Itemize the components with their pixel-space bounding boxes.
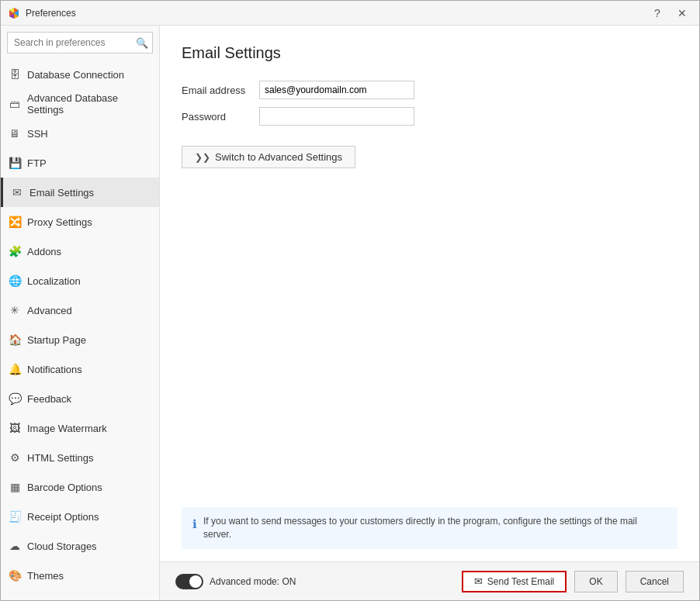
sidebar-icon-ssh: 🖥 xyxy=(9,127,21,140)
sidebar-item-receipt-options[interactable]: 🧾Receipt Options xyxy=(1,502,159,531)
sidebar-icon-advanced-database-settings: 🗃 xyxy=(9,98,21,110)
sidebar-item-addons[interactable]: 🧩Addons xyxy=(1,237,159,266)
email-row: Email address xyxy=(182,81,677,99)
sidebar-item-cloud-storages[interactable]: ☁Cloud Storages xyxy=(1,531,159,561)
search-box: 🔍 xyxy=(7,32,153,54)
toggle-knob xyxy=(189,575,202,588)
sidebar-item-notifications[interactable]: 🔔Notifications xyxy=(1,354,159,384)
sidebar-label-localization: Localization xyxy=(27,275,81,287)
sidebar-items: 🗄Database Connection🗃Advanced Database S… xyxy=(1,60,159,600)
send-test-icon: ✉ xyxy=(474,575,483,587)
sidebar-icon-localization: 🌐 xyxy=(9,275,21,287)
ok-button[interactable]: OK xyxy=(574,571,617,592)
sidebar-label-image-watermark: Image Watermark xyxy=(27,423,107,434)
sidebar-icon-proxy-settings: 🔀 xyxy=(9,216,21,228)
sidebar-item-feedback[interactable]: 💬Feedback xyxy=(1,384,159,413)
sidebar-icon-email-settings: ✉ xyxy=(11,186,23,199)
toggle-container: Advanced mode: ON xyxy=(175,574,296,589)
search-input[interactable] xyxy=(7,32,153,54)
sidebar-item-startup-page[interactable]: 🏠Startup Page xyxy=(1,325,159,354)
sidebar-label-advanced-database-settings: Advanced Database Settings xyxy=(27,92,151,116)
sidebar-item-database-connection[interactable]: 🗄Database Connection xyxy=(1,60,159,89)
sidebar-icon-receipt-options: 🧾 xyxy=(9,510,21,523)
sidebar-icon-database-connection: 🗄 xyxy=(9,68,21,81)
sidebar-label-email-settings: Email Settings xyxy=(29,187,94,199)
main-content: Email Settings Email address Password ❯❯… xyxy=(160,26,699,495)
sidebar-label-cloud-storages: Cloud Storages xyxy=(27,541,97,552)
email-input[interactable] xyxy=(259,81,414,99)
toggle-label: Advanced mode: ON xyxy=(210,576,296,587)
sidebar-item-ftp[interactable]: 💾FTP xyxy=(1,148,159,178)
sidebar-label-advanced: Advanced xyxy=(27,305,72,316)
cancel-button[interactable]: Cancel xyxy=(625,571,684,592)
sidebar-icon-themes: 🎨 xyxy=(9,569,21,582)
sidebar-icon-startup-page: 🏠 xyxy=(9,333,21,346)
password-row: Password xyxy=(182,107,677,126)
sidebar-icon-ftp: 💾 xyxy=(9,157,21,169)
sidebar-item-localization[interactable]: 🌐Localization xyxy=(1,266,159,295)
sidebar-icon-image-watermark: 🖼 xyxy=(9,422,21,434)
info-bar: ℹ If you want to send messages to your c… xyxy=(182,507,677,549)
sidebar-label-themes: Themes xyxy=(27,570,64,582)
sidebar-label-feedback: Feedback xyxy=(27,393,71,405)
sidebar-label-addons: Addons xyxy=(27,246,61,257)
sidebar-label-notifications: Notifications xyxy=(27,364,82,375)
sidebar-icon-feedback: 💬 xyxy=(9,392,21,405)
sidebar-item-advanced[interactable]: ✳Advanced xyxy=(1,295,159,325)
close-button[interactable]: ✕ xyxy=(671,5,693,22)
sidebar-icon-html-settings: ⚙ xyxy=(9,451,21,464)
titlebar-controls: ? ✕ xyxy=(646,5,693,22)
email-label: Email address xyxy=(182,85,259,96)
sidebar-label-database-connection: Database Connection xyxy=(27,69,124,81)
sidebar-icon-advanced: ✳ xyxy=(9,304,21,316)
sidebar-label-startup-page: Startup Page xyxy=(27,334,86,346)
sidebar-label-barcode-options: Barcode Options xyxy=(27,482,102,493)
sidebar-item-barcode-options[interactable]: ▦Barcode Options xyxy=(1,472,159,502)
switch-advanced-button[interactable]: ❯❯ Switch to Advanced Settings xyxy=(182,146,355,168)
sidebar-item-advanced-database-settings[interactable]: 🗃Advanced Database Settings xyxy=(1,89,159,119)
sidebar-item-email-settings[interactable]: ✉Email Settings xyxy=(1,178,159,207)
sidebar-icon-addons: 🧩 xyxy=(9,245,21,257)
sidebar-icon-notifications: 🔔 xyxy=(9,363,21,375)
app-icon xyxy=(7,6,21,20)
bottom-bar: Advanced mode: ON ✉ Send Test Email OK C… xyxy=(160,561,699,600)
sidebar-label-html-settings: HTML Settings xyxy=(27,452,94,464)
password-input[interactable] xyxy=(259,107,414,126)
sidebar: 🔍 🗄Database Connection🗃Advanced Database… xyxy=(1,26,160,600)
advanced-mode-toggle[interactable] xyxy=(175,574,203,589)
info-icon: ℹ xyxy=(192,516,197,532)
advanced-btn-icon: ❯❯ xyxy=(195,152,210,163)
password-label: Password xyxy=(182,111,259,123)
content-area: 🔍 🗄Database Connection🗃Advanced Database… xyxy=(1,26,699,600)
window-title: Preferences xyxy=(26,8,646,19)
sidebar-label-receipt-options: Receipt Options xyxy=(27,511,99,523)
send-test-email-button[interactable]: ✉ Send Test Email xyxy=(462,571,567,592)
page-title: Email Settings xyxy=(182,44,677,62)
sidebar-item-proxy-settings[interactable]: 🔀Proxy Settings xyxy=(1,207,159,237)
sidebar-icon-cloud-storages: ☁ xyxy=(9,540,21,552)
sidebar-item-themes[interactable]: 🎨Themes xyxy=(1,561,159,590)
sidebar-label-proxy-settings: Proxy Settings xyxy=(27,216,92,228)
sidebar-item-ssh[interactable]: 🖥SSH xyxy=(1,119,159,148)
info-text: If you want to send messages to your cus… xyxy=(203,515,667,541)
sidebar-item-html-settings[interactable]: ⚙HTML Settings xyxy=(1,443,159,472)
sidebar-label-ftp: FTP xyxy=(27,157,47,169)
preferences-window: Preferences ? ✕ 🔍 🗄Database Connection🗃A… xyxy=(0,0,700,601)
send-test-label: Send Test Email xyxy=(487,576,555,587)
sidebar-icon-barcode-options: ▦ xyxy=(9,481,21,493)
main-panel: Email Settings Email address Password ❯❯… xyxy=(160,26,699,600)
help-button[interactable]: ? xyxy=(646,5,668,22)
titlebar: Preferences ? ✕ xyxy=(1,1,699,26)
advanced-btn-label: Switch to Advanced Settings xyxy=(215,151,342,163)
sidebar-item-image-watermark[interactable]: 🖼Image Watermark xyxy=(1,413,159,443)
sidebar-label-ssh: SSH xyxy=(27,128,48,140)
